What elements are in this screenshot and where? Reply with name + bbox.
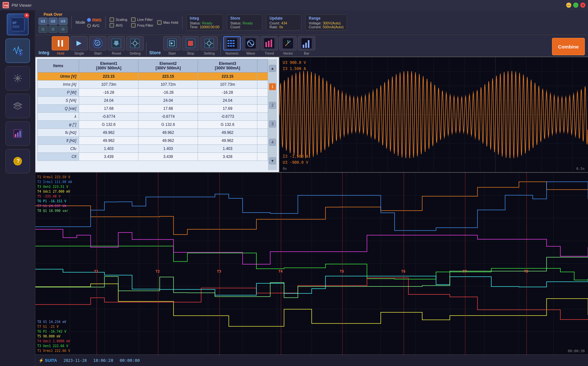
range-voltage-row: Voltage: 300V(Auto) <box>309 21 344 25</box>
window-controls: — □ ✕ <box>566 3 585 8</box>
svg-rect-12 <box>15 134 16 137</box>
svg-rect-37 <box>227 43 229 44</box>
vector-button[interactable]: Vector <box>279 36 297 55</box>
i3-badge[interactable]: I3 <box>58 26 67 33</box>
max-hold-checkbox[interactable]: Max Hold <box>157 20 178 25</box>
stop-button[interactable]: Stop <box>182 36 199 55</box>
vector-label: Vector <box>283 51 293 55</box>
store-section-label: Store <box>149 50 161 55</box>
sidebar-item-settings[interactable] <box>5 66 30 91</box>
statusbar-extra: 00:00:00 <box>120 358 140 363</box>
legend-t5: T5 -333.48 V <box>37 194 72 199</box>
wave-icon <box>242 36 259 50</box>
single-button[interactable]: Single <box>70 36 88 55</box>
close-button[interactable]: ✕ <box>580 3 585 8</box>
row-e3: G 132.6 <box>198 121 257 129</box>
i2-badge[interactable]: I2 <box>49 26 58 33</box>
col-items: Items <box>38 59 79 73</box>
i1-badge[interactable]: I1 <box>39 26 48 33</box>
reset-button[interactable]: Reset <box>108 36 125 55</box>
avg-checkbox2[interactable]: AVG <box>110 23 127 28</box>
u3-badge[interactable]: U3 <box>58 18 67 25</box>
lower-time-end: 00:00:30 <box>568 349 585 353</box>
lower-bottom-legend: T8 V1 14.234 mV T7 S1 -21 V T6 P1 -16.74… <box>37 319 70 353</box>
scroll-down-button[interactable]: ▼ <box>269 157 276 164</box>
integ-setting-button[interactable]: Setting <box>126 36 144 55</box>
range-voltage-label: Voltage: <box>309 21 322 25</box>
bar-button[interactable]: Bar <box>298 36 315 55</box>
reset-label: Reset <box>112 51 121 55</box>
legend-b-t7: T7 S1 -21 V <box>37 324 70 329</box>
maximize-button[interactable]: □ <box>573 3 578 8</box>
u1-badge[interactable]: U1 <box>39 18 48 25</box>
scroll-4-button[interactable]: 4 <box>269 139 276 146</box>
filter-checkboxes3: Max Hold <box>157 20 178 25</box>
statusbar: ⚡ SUITA 2023-11-28 18:06:28 00:00:00 <box>35 354 588 366</box>
waveform-time-end: 0.5s <box>576 167 585 171</box>
freq-filter-cb-box <box>131 23 136 28</box>
svg-rect-36 <box>233 40 235 41</box>
range-voltage-value: 300V(Auto) <box>323 21 341 25</box>
svg-rect-41 <box>230 45 232 47</box>
wave-button[interactable]: Wave <box>242 36 259 55</box>
row-e1: 49.962 <box>79 137 138 145</box>
line-filter-label: Line Filter <box>137 18 153 22</box>
update-rate-row: Rate: 0s <box>270 25 298 29</box>
integ-start-button[interactable]: C Start <box>89 36 106 55</box>
max-hold-cb-box <box>157 20 162 25</box>
col-element3: Element3[300V 500mA] <box>198 59 257 73</box>
store-setting-button[interactable]: Setting <box>200 36 218 55</box>
minimize-button[interactable]: — <box>566 3 571 8</box>
scroll-1-button[interactable]: 1 <box>269 83 276 90</box>
row-e1: -0.6774 <box>79 113 138 121</box>
row-e3: 3.428 <box>198 153 257 161</box>
sidebar-item-chart[interactable] <box>5 121 30 146</box>
rms-radio[interactable]: RMS <box>87 18 102 22</box>
avg-radio[interactable]: AVG <box>87 24 102 28</box>
legend-t2: T2 Irms1 111.00 mA <box>37 179 72 184</box>
numeric-button[interactable]: Numeric <box>223 36 241 55</box>
waveform-area: U3 900.0 V I3 1.500 A I3 -1.500 A U3 -90… <box>280 57 588 172</box>
waveform-u3-top: U3 900.0 V <box>283 60 306 66</box>
svg-marker-10 <box>13 105 22 109</box>
svg-text:3000: 3000 <box>12 25 20 29</box>
sidebar-item-help[interactable]: ? <box>5 149 30 173</box>
freq-filter-checkbox[interactable]: Freq Filter <box>131 23 153 28</box>
combine-button[interactable]: Combine <box>552 38 585 55</box>
hold-button[interactable]: Hold <box>52 36 69 55</box>
toolbar-row2: Integ Hold Single <box>35 35 588 57</box>
svg-text:?: ? <box>16 158 20 164</box>
peak-label: Peak Over <box>39 12 67 17</box>
table-row: Irms [A] 107.73m 107.72m 107.73m <box>38 81 268 89</box>
scroll-2-button[interactable]: 2 <box>269 102 276 109</box>
scaling-checkbox[interactable]: Scaling <box>110 17 127 22</box>
svg-rect-30 <box>188 41 193 46</box>
legend-b-t3: T3 Uen1 222.66 V <box>37 344 70 348</box>
row-label: fi [Hz] <box>38 137 79 145</box>
u2-badge[interactable]: U2 <box>49 18 58 25</box>
row-e2: 3.439 <box>138 153 198 161</box>
row-e3: 24.04 <box>198 97 257 105</box>
sidebar-item-waveform[interactable] <box>5 39 30 63</box>
suita-logo: ⚡ SUITA <box>39 358 57 363</box>
trend-button[interactable]: Trend <box>261 36 278 55</box>
range-current-value: 500mA(Auto) <box>323 25 344 29</box>
table-row: Cfi 3.439 3.439 3.428 <box>38 153 268 161</box>
content-area: Items Element1[300V 500mA] Element2[300V… <box>35 57 588 354</box>
lower-content: T1 Vrms1 223.59 V T2 Irms1 111.00 mA T3 … <box>35 173 588 354</box>
table-row: φ [°] G 132.6 G 132.6 G 132.6 <box>38 121 268 129</box>
line-filter-checkbox[interactable]: Line Filter <box>131 17 153 22</box>
update-rate-value: 0s <box>279 25 283 29</box>
row-e1: 49.962 <box>79 129 138 137</box>
row-e2: 24.04 <box>138 97 198 105</box>
store-start-button[interactable]: Start <box>163 36 181 55</box>
waveform-u3-bot: U3 -900.0 V <box>283 160 308 166</box>
divider1 <box>71 16 72 29</box>
scroll-up-button[interactable]: ▲ <box>269 65 276 72</box>
row-label: Cfi <box>38 153 79 161</box>
svg-text:SP: SP <box>12 21 17 25</box>
svg-rect-55 <box>303 45 304 48</box>
sidebar-item-layers[interactable] <box>5 94 30 118</box>
scroll-3-button[interactable]: 3 <box>269 120 276 127</box>
waveform-time-start: 0s <box>283 167 287 171</box>
